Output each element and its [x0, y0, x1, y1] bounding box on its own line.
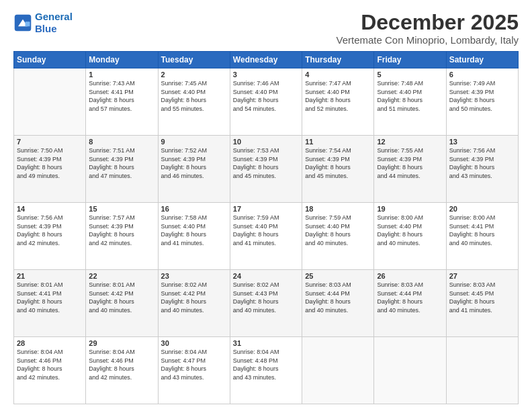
logo-icon [13, 13, 32, 32]
day-number: 16 [161, 205, 227, 213]
calendar-cell: 30Sunrise: 8:04 AM Sunset: 4:47 PM Dayli… [158, 337, 230, 404]
calendar-cell: 20Sunrise: 8:00 AM Sunset: 4:41 PM Dayli… [446, 203, 518, 270]
day-info: Sunrise: 7:47 AM Sunset: 4:40 PM Dayligh… [305, 79, 371, 113]
day-info: Sunrise: 8:02 AM Sunset: 4:43 PM Dayligh… [233, 281, 299, 314]
calendar-cell [446, 337, 518, 404]
day-number: 17 [233, 205, 299, 213]
day-info: Sunrise: 8:04 AM Sunset: 4:48 PM Dayligh… [233, 348, 299, 381]
calendar-cell: 21Sunrise: 8:01 AM Sunset: 4:41 PM Dayli… [14, 270, 86, 337]
calendar-cell: 2Sunrise: 7:45 AM Sunset: 4:40 PM Daylig… [158, 68, 230, 136]
day-number: 12 [377, 138, 443, 146]
calendar-cell: 12Sunrise: 7:55 AM Sunset: 4:39 PM Dayli… [374, 136, 446, 203]
logo-text: General Blue [35, 11, 73, 35]
day-info: Sunrise: 8:04 AM Sunset: 4:46 PM Dayligh… [89, 348, 154, 381]
calendar-cell: 8Sunrise: 7:51 AM Sunset: 4:39 PM Daylig… [86, 136, 158, 203]
day-number: 31 [233, 339, 299, 347]
day-info: Sunrise: 7:53 AM Sunset: 4:39 PM Dayligh… [233, 146, 299, 180]
calendar-cell: 23Sunrise: 8:02 AM Sunset: 4:42 PM Dayli… [158, 270, 230, 337]
day-number: 20 [449, 205, 515, 213]
day-info: Sunrise: 7:59 AM Sunset: 4:40 PM Dayligh… [233, 214, 299, 247]
calendar-cell: 15Sunrise: 7:57 AM Sunset: 4:39 PM Dayli… [86, 203, 158, 270]
day-info: Sunrise: 8:02 AM Sunset: 4:42 PM Dayligh… [161, 281, 227, 314]
day-info: Sunrise: 7:48 AM Sunset: 4:40 PM Dayligh… [377, 79, 443, 113]
calendar-cell: 17Sunrise: 7:59 AM Sunset: 4:40 PM Dayli… [230, 203, 302, 270]
calendar-week-5: 28Sunrise: 8:04 AM Sunset: 4:46 PM Dayli… [14, 337, 519, 404]
day-number: 5 [377, 71, 443, 79]
calendar-cell: 27Sunrise: 8:03 AM Sunset: 4:45 PM Dayli… [446, 270, 518, 337]
day-info: Sunrise: 7:52 AM Sunset: 4:39 PM Dayligh… [161, 146, 227, 180]
logo-line2: Blue [35, 23, 57, 34]
day-number: 27 [449, 272, 515, 280]
weekday-header-sunday: Sunday [14, 52, 86, 68]
weekday-header-thursday: Thursday [302, 52, 374, 68]
day-info: Sunrise: 8:04 AM Sunset: 4:47 PM Dayligh… [161, 348, 227, 381]
day-number: 23 [161, 272, 227, 280]
weekday-header-tuesday: Tuesday [158, 52, 230, 68]
day-info: Sunrise: 7:57 AM Sunset: 4:39 PM Dayligh… [89, 214, 154, 247]
day-number: 21 [17, 272, 83, 280]
day-number: 2 [161, 71, 227, 79]
day-info: Sunrise: 7:58 AM Sunset: 4:40 PM Dayligh… [161, 214, 227, 247]
day-info: Sunrise: 7:54 AM Sunset: 4:39 PM Dayligh… [305, 146, 371, 180]
calendar-cell [14, 68, 86, 136]
calendar-cell: 3Sunrise: 7:46 AM Sunset: 4:40 PM Daylig… [230, 68, 302, 136]
calendar-cell: 22Sunrise: 8:01 AM Sunset: 4:42 PM Dayli… [86, 270, 158, 337]
calendar-cell: 16Sunrise: 7:58 AM Sunset: 4:40 PM Dayli… [158, 203, 230, 270]
weekday-header-monday: Monday [86, 52, 158, 68]
day-number: 18 [305, 205, 371, 213]
day-number: 26 [377, 272, 443, 280]
header: General Blue December 2025 Vertemate Con… [13, 11, 519, 46]
svg-rect-2 [26, 21, 30, 26]
day-number: 9 [161, 138, 227, 146]
day-info: Sunrise: 7:59 AM Sunset: 4:40 PM Dayligh… [305, 214, 371, 247]
calendar-cell: 4Sunrise: 7:47 AM Sunset: 4:40 PM Daylig… [302, 68, 374, 136]
day-info: Sunrise: 7:56 AM Sunset: 4:39 PM Dayligh… [17, 214, 83, 247]
calendar-cell: 18Sunrise: 7:59 AM Sunset: 4:40 PM Dayli… [302, 203, 374, 270]
day-number: 22 [89, 272, 154, 280]
day-number: 8 [89, 138, 154, 146]
day-info: Sunrise: 7:51 AM Sunset: 4:39 PM Dayligh… [89, 146, 154, 180]
calendar-cell: 5Sunrise: 7:48 AM Sunset: 4:40 PM Daylig… [374, 68, 446, 136]
day-info: Sunrise: 8:03 AM Sunset: 4:45 PM Dayligh… [449, 281, 515, 314]
day-number: 19 [377, 205, 443, 213]
logo-line1: General [35, 11, 73, 22]
day-info: Sunrise: 8:01 AM Sunset: 4:41 PM Dayligh… [17, 281, 83, 314]
day-number: 15 [89, 205, 154, 213]
title-block: December 2025 Vertemate Con Minoprio, Lo… [336, 11, 519, 46]
day-number: 13 [449, 138, 515, 146]
calendar-week-4: 21Sunrise: 8:01 AM Sunset: 4:41 PM Dayli… [14, 270, 519, 337]
calendar-cell: 19Sunrise: 8:00 AM Sunset: 4:40 PM Dayli… [374, 203, 446, 270]
weekday-header-wednesday: Wednesday [230, 52, 302, 68]
day-number: 30 [161, 339, 227, 347]
day-number: 10 [233, 138, 299, 146]
day-info: Sunrise: 7:49 AM Sunset: 4:39 PM Dayligh… [449, 79, 515, 113]
day-number: 25 [305, 272, 371, 280]
calendar-cell: 31Sunrise: 8:04 AM Sunset: 4:48 PM Dayli… [230, 337, 302, 404]
day-number: 11 [305, 138, 371, 146]
calendar-cell: 14Sunrise: 7:56 AM Sunset: 4:39 PM Dayli… [14, 203, 86, 270]
calendar-cell: 13Sunrise: 7:56 AM Sunset: 4:39 PM Dayli… [446, 136, 518, 203]
calendar-cell: 7Sunrise: 7:50 AM Sunset: 4:39 PM Daylig… [14, 136, 86, 203]
day-info: Sunrise: 8:03 AM Sunset: 4:44 PM Dayligh… [377, 281, 443, 314]
calendar-week-1: 1Sunrise: 7:43 AM Sunset: 4:41 PM Daylig… [14, 68, 519, 136]
day-info: Sunrise: 7:45 AM Sunset: 4:40 PM Dayligh… [161, 79, 227, 113]
weekday-header-row: SundayMondayTuesdayWednesdayThursdayFrid… [14, 52, 519, 68]
day-info: Sunrise: 8:01 AM Sunset: 4:42 PM Dayligh… [89, 281, 154, 314]
calendar-page: General Blue December 2025 Vertemate Con… [0, 0, 532, 411]
day-info: Sunrise: 7:55 AM Sunset: 4:39 PM Dayligh… [377, 146, 443, 180]
day-info: Sunrise: 7:46 AM Sunset: 4:40 PM Dayligh… [233, 79, 299, 113]
calendar-cell: 25Sunrise: 8:03 AM Sunset: 4:44 PM Dayli… [302, 270, 374, 337]
day-info: Sunrise: 8:04 AM Sunset: 4:46 PM Dayligh… [17, 348, 83, 381]
calendar-cell [374, 337, 446, 404]
calendar-cell: 29Sunrise: 8:04 AM Sunset: 4:46 PM Dayli… [86, 337, 158, 404]
calendar-cell: 24Sunrise: 8:02 AM Sunset: 4:43 PM Dayli… [230, 270, 302, 337]
day-number: 3 [233, 71, 299, 79]
day-number: 24 [233, 272, 299, 280]
calendar-cell: 28Sunrise: 8:04 AM Sunset: 4:46 PM Dayli… [14, 337, 86, 404]
day-number: 6 [449, 71, 515, 79]
day-number: 14 [17, 205, 83, 213]
calendar-cell [302, 337, 374, 404]
day-number: 28 [17, 339, 83, 347]
day-info: Sunrise: 7:50 AM Sunset: 4:39 PM Dayligh… [17, 146, 83, 180]
calendar-cell: 1Sunrise: 7:43 AM Sunset: 4:41 PM Daylig… [86, 68, 158, 136]
